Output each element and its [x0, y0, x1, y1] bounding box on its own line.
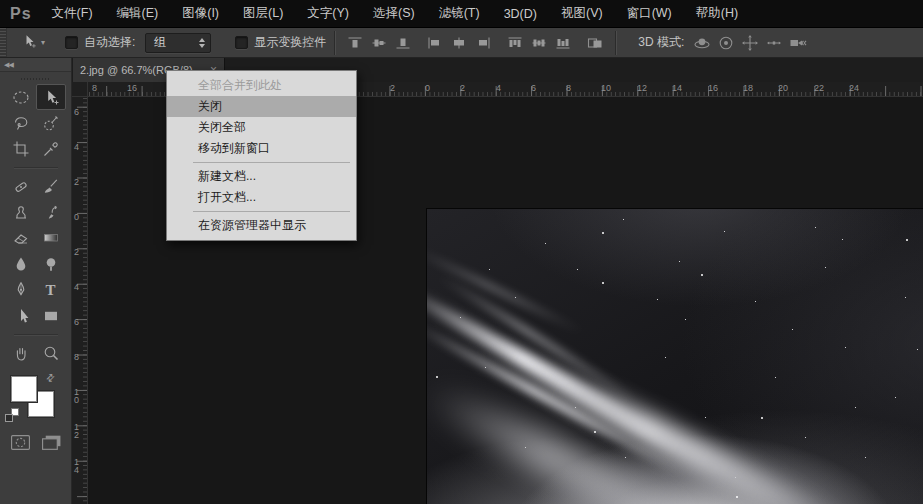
tool-preset-picker[interactable]: ▾ [17, 31, 49, 54]
spot-healing-brush-tool[interactable] [6, 173, 36, 199]
ruler-label: 2 [390, 83, 395, 93]
menubar-item[interactable]: 文字(Y) [295, 0, 361, 27]
auto-select-checkbox[interactable] [65, 36, 78, 49]
options-bar: ▾ 自动选择: 组 显示变换控件 3D 模式: [0, 27, 923, 58]
ruler-label: 16 [708, 83, 718, 93]
ruler-label: 14 [672, 83, 682, 93]
menubar-item[interactable]: 3D(D) [492, 0, 549, 27]
menubar-item[interactable]: 视图(V) [549, 0, 615, 27]
mode-3d-icon-group [690, 32, 810, 54]
context-menu-item[interactable]: 打开文档... [167, 187, 356, 208]
menu-separator [193, 162, 350, 163]
quick-selection-tool[interactable] [36, 110, 66, 136]
ruler-label: 6 [531, 83, 536, 93]
menubar-item[interactable]: 选择(S) [361, 0, 427, 27]
context-menu-item[interactable]: 移动到新窗口 [167, 138, 356, 159]
menubar-item[interactable]: 文件(F) [40, 0, 105, 27]
context-menu-item[interactable]: 新建文档... [167, 166, 356, 187]
zoom-tool[interactable] [36, 340, 66, 366]
align-right-edges-icon[interactable] [471, 32, 495, 54]
context-menu-item[interactable]: 关闭 [167, 96, 356, 117]
ruler-label: 8 [92, 83, 97, 93]
stepper-icon [199, 38, 205, 48]
panel-grip[interactable] [21, 78, 51, 80]
foreground-color-swatch[interactable] [11, 376, 37, 402]
align-horizontal-centers-icon[interactable] [447, 32, 471, 54]
tools-grid: T [0, 84, 71, 366]
screen-mode-icon[interactable] [41, 434, 62, 455]
menubar-item[interactable]: 图层(L) [231, 0, 295, 27]
show-transform-controls-checkbox[interactable] [235, 36, 248, 49]
context-menu-item[interactable]: 在资源管理器中显示 [167, 215, 356, 236]
menu-bar: Ps 文件(F)编辑(E)图像(I)图层(L)文字(Y)选择(S)滤镜(T)3D… [0, 0, 923, 27]
collapse-panel-icon[interactable]: ◀◀ [0, 58, 71, 72]
ruler-label: 18 [743, 83, 753, 93]
ruler-label: 0 [425, 83, 430, 93]
tool-separator [14, 334, 58, 335]
ruler-label: 2 [460, 83, 465, 93]
eraser-tool[interactable] [6, 225, 36, 251]
menubar-items: 文件(F)编辑(E)图像(I)图层(L)文字(Y)选择(S)滤镜(T)3D(D)… [40, 0, 751, 27]
ruler-label: 12 [74, 423, 83, 439]
align-top-edges-icon[interactable] [343, 32, 367, 54]
3d-roll-camera-icon[interactable] [714, 32, 738, 54]
menubar-item[interactable]: 滤镜(T) [427, 0, 492, 27]
menubar-item[interactable]: 图像(I) [170, 0, 231, 27]
ruler-label: 8 [74, 353, 83, 361]
3d-zoom-camera-icon[interactable] [786, 32, 810, 54]
ruler-label: 20 [778, 83, 788, 93]
canvas-image[interactable] [426, 208, 923, 504]
quick-mask-mode-icon[interactable] [10, 434, 31, 455]
ruler-label: 4 [74, 143, 83, 151]
auto-select-label: 自动选择: [84, 34, 135, 51]
eyedropper-tool[interactable] [36, 136, 66, 162]
ruler-label: 24 [849, 83, 859, 93]
ruler-label: 2 [74, 178, 83, 186]
mask-and-screen-row [0, 434, 71, 455]
3d-orbit-camera-icon[interactable] [690, 32, 714, 54]
auto-select-target-dropdown[interactable]: 组 [145, 33, 211, 53]
align-vertical-centers-icon[interactable] [367, 32, 391, 54]
align-bottom-edges-icon[interactable] [391, 32, 415, 54]
options-bar-grip[interactable] [0, 28, 7, 57]
swap-colors-icon[interactable]: ⇄ [43, 371, 57, 385]
clone-stamp-tool[interactable] [6, 199, 36, 225]
dodge-tool[interactable] [36, 251, 66, 277]
move-tool[interactable] [36, 84, 66, 110]
vertical-ruler[interactable]: 64202468101214 [72, 97, 88, 504]
distribute-top-edges-icon[interactable] [503, 32, 527, 54]
color-swatches: ⇄ [0, 372, 71, 426]
ruler-label: 12 [637, 83, 647, 93]
menubar-item[interactable]: 编辑(E) [105, 0, 171, 27]
align-left-edges-icon[interactable] [423, 32, 447, 54]
history-brush-tool[interactable] [36, 199, 66, 225]
path-selection-tool[interactable] [6, 303, 36, 329]
tab-context-menu: 全部合并到此处关闭关闭全部移动到新窗口新建文档...打开文档...在资源管理器中… [166, 70, 357, 241]
bright-stars [427, 209, 429, 211]
ruler-label: 10 [601, 83, 611, 93]
hand-tool[interactable] [6, 340, 36, 366]
ruler-label: 6 [74, 318, 83, 326]
context-menu-item[interactable]: 关闭全部 [167, 117, 356, 138]
ruler-label: 8 [566, 83, 571, 93]
show-transform-controls-label: 显示变换控件 [254, 34, 326, 51]
crop-tool[interactable] [6, 136, 36, 162]
default-colors-icon[interactable] [5, 408, 19, 422]
ruler-label: 2 [74, 248, 83, 256]
menubar-item[interactable]: 窗口(W) [615, 0, 684, 27]
3d-slide-camera-icon[interactable] [762, 32, 786, 54]
3d-pan-camera-icon[interactable] [738, 32, 762, 54]
pen-tool[interactable] [6, 277, 36, 303]
menubar-item[interactable]: 帮助(H) [684, 0, 750, 27]
options-bar-divider [334, 31, 335, 55]
distribute-vertical-centers-icon[interactable] [527, 32, 551, 54]
type-tool[interactable]: T [36, 277, 66, 303]
distribute-bottom-edges-icon[interactable] [551, 32, 575, 54]
auto-align-layers-icon[interactable] [583, 32, 607, 54]
magnetic-lasso-tool[interactable] [6, 110, 36, 136]
gradient-tool[interactable] [36, 225, 66, 251]
elliptical-marquee-tool[interactable] [6, 84, 36, 110]
rectangle-tool[interactable] [36, 303, 66, 329]
brush-tool[interactable] [36, 173, 66, 199]
blur-tool[interactable] [6, 251, 36, 277]
